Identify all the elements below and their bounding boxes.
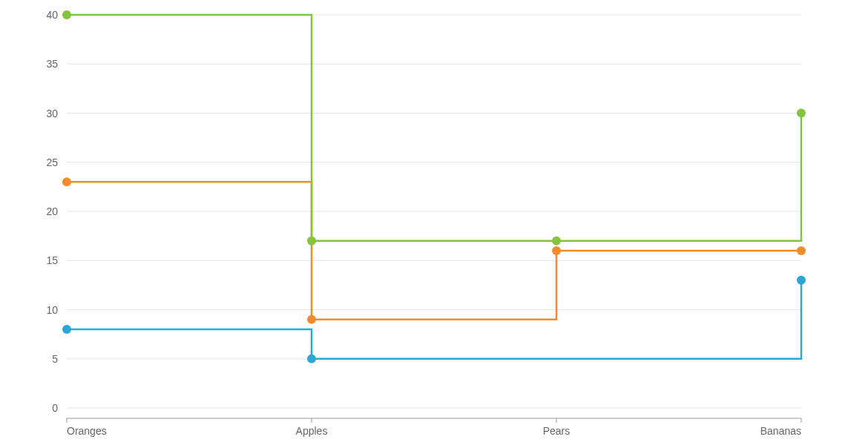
x-tick-label: Bananas	[760, 425, 801, 437]
data-point[interactable]	[797, 276, 806, 285]
data-point[interactable]	[552, 237, 561, 245]
series-line	[67, 182, 801, 320]
data-point[interactable]	[552, 246, 561, 255]
y-tick-label: 10	[46, 304, 58, 316]
data-point[interactable]	[797, 246, 806, 255]
x-tick-label: Apples	[296, 425, 328, 437]
data-point[interactable]	[62, 177, 71, 186]
step-line-chart: 0510152025303540OrangesApplesPearsBanana…	[0, 0, 868, 445]
y-tick-label: 35	[46, 58, 58, 70]
y-tick-label: 15	[46, 254, 58, 266]
y-tick-label: 0	[52, 402, 58, 414]
data-point[interactable]	[307, 355, 316, 363]
data-point[interactable]	[62, 10, 71, 19]
y-tick-label: 25	[46, 156, 58, 168]
y-tick-label: 5	[52, 353, 58, 365]
x-tick-label: Pears	[543, 425, 571, 437]
x-tick-label: Oranges	[67, 425, 107, 437]
series-line	[67, 15, 801, 241]
data-point[interactable]	[62, 325, 71, 334]
chart-svg: 0510152025303540OrangesApplesPearsBanana…	[0, 0, 868, 445]
data-point[interactable]	[797, 109, 806, 118]
y-tick-label: 30	[46, 108, 58, 119]
y-tick-label: 40	[46, 9, 58, 21]
data-point[interactable]	[307, 237, 316, 245]
y-tick-label: 20	[46, 205, 58, 217]
data-point[interactable]	[307, 315, 316, 324]
